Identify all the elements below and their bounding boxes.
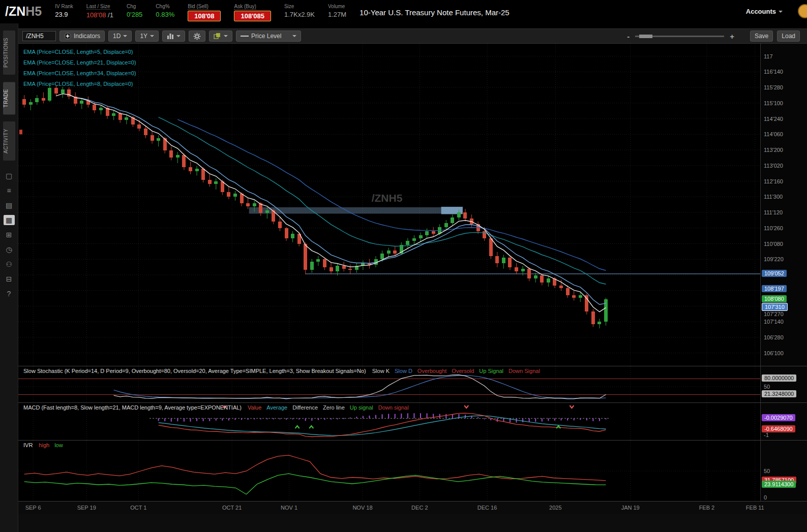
axis-label: 107'140 xyxy=(764,319,784,325)
drawing-tools-dropdown[interactable] xyxy=(209,30,232,42)
zoom-out-button[interactable]: - xyxy=(627,32,630,41)
load-button[interactable]: Load xyxy=(777,30,800,42)
symbol-input[interactable] xyxy=(22,31,56,41)
gear-icon xyxy=(193,33,201,40)
macd-panel[interactable]: MACD (Fast length=8, Slow length=21, MAC… xyxy=(18,402,807,440)
support-badge-icon[interactable] xyxy=(798,4,807,18)
axis-price-bubble: 23.9114300 xyxy=(762,481,796,488)
axis-price-bubble: 108'080 xyxy=(762,295,787,302)
legend-item: Down Signal xyxy=(509,368,540,374)
ivr-axis: 5031.785710023.91143000 xyxy=(760,441,807,501)
axis-price-bubble: 80.0000000 xyxy=(762,374,796,382)
stochastic-panel[interactable]: Slow Stochastic (K Period=14, D Period=9… xyxy=(18,366,807,402)
symbol-root: /ZN xyxy=(5,4,25,18)
chevron-down-icon xyxy=(779,11,783,13)
ema-study-label[interactable]: EMA (Price=CLOSE, Length=34, Displace=0) xyxy=(23,68,136,79)
ask-price-button[interactable]: 108'085 xyxy=(234,11,271,21)
help-icon[interactable]: ? xyxy=(4,289,15,299)
range-dropdown[interactable]: 1Y xyxy=(135,30,159,42)
axis-label: 106'280 xyxy=(764,334,784,340)
field-label: Chg xyxy=(127,4,136,9)
chart-toolbar: Indicators 1D 1Y xyxy=(18,28,807,44)
monitor-icon[interactable]: ▢ xyxy=(4,171,15,181)
grid-icon[interactable]: ⊞ xyxy=(4,230,15,240)
calendar-icon[interactable]: ▤ xyxy=(4,200,15,210)
field-label: Last / Size xyxy=(86,4,110,10)
archive-icon[interactable]: ⊟ xyxy=(4,274,15,284)
active-drawing-dropdown[interactable]: Price Level xyxy=(236,30,301,42)
time-tick-label: DEC 16 xyxy=(477,505,497,511)
chart-type-dropdown[interactable] xyxy=(162,30,185,42)
axis-label: 50 xyxy=(764,468,770,474)
people-icon[interactable]: ⚇ xyxy=(4,259,15,269)
field-label: Volume xyxy=(328,4,345,9)
sidebar-tab-activity[interactable]: ACTIVITY xyxy=(3,121,15,161)
time-tick-label: FEB 2 xyxy=(699,505,715,511)
field-chg: Chg 0'285 xyxy=(127,4,142,18)
chevron-down-icon xyxy=(176,35,181,37)
time-tick-label: OCT 21 xyxy=(222,505,242,511)
zoom-in-button[interactable]: + xyxy=(730,32,734,41)
indicators-button[interactable]: Indicators xyxy=(59,30,105,42)
ivr-low-line xyxy=(24,474,606,494)
chevron-down-icon xyxy=(123,35,127,37)
symbol-title[interactable]: /ZNH5 xyxy=(5,4,42,19)
legend-item: Overbought xyxy=(417,368,446,374)
study-title: IVR xyxy=(23,442,33,448)
macd-axis: -0.0029070-0.6468090-1 xyxy=(760,403,807,440)
up-signal-arrow xyxy=(295,426,300,428)
legend-item: Up Signal xyxy=(479,368,503,374)
bid-price-button[interactable]: 108'08 xyxy=(188,11,221,21)
field-bid[interactable]: Bid (Sell) 108'08 xyxy=(188,4,221,21)
field-label: IV Rank xyxy=(55,4,73,9)
price-chart-surface[interactable] xyxy=(18,44,760,366)
time-axis[interactable]: SEP 6SEP 19OCT 1OCT 21NOV 1NOV 18DEC 2DE… xyxy=(18,501,807,514)
stochastic-study-label[interactable]: Slow Stochastic (K Period=14, D Period=9… xyxy=(23,368,545,374)
indicators-label: Indicators xyxy=(74,33,100,40)
field-chg-pct: Chg% 0.83% xyxy=(156,4,174,18)
study-labels: EMA (Price=CLOSE, Length=5, Displace=0) … xyxy=(23,47,136,89)
legend-item: Oversold xyxy=(452,368,474,374)
stochastic-axis: 80.00000005021.3248000 xyxy=(760,366,807,402)
axis-label: 113'200 xyxy=(764,147,783,153)
ivr-panel[interactable]: IVRhighlow 5031.785710023.91143000 xyxy=(18,440,807,501)
ema-study-label[interactable]: EMA (Price=CLOSE, Length=5, Displace=0) xyxy=(23,47,136,57)
save-button[interactable]: Save xyxy=(750,30,773,42)
ivr-surface[interactable] xyxy=(18,441,760,501)
time-tick-label: NOV 18 xyxy=(352,505,372,511)
clock-icon[interactable]: ◷ xyxy=(4,244,15,255)
sidebar-tab-positions[interactable]: POSITIONS xyxy=(3,30,15,75)
axis-label: 115'100 xyxy=(764,100,783,106)
time-tick-label: OCT 1 xyxy=(130,505,146,511)
chart-stack: EMA (Price=CLOSE, Length=5, Displace=0) … xyxy=(18,44,807,532)
chart-gadget: Indicators 1D 1Y xyxy=(18,23,807,532)
sidebar-tab-trade[interactable]: TRADE xyxy=(3,82,15,114)
symbol-watermark: /ZNH5 xyxy=(354,192,420,204)
chart-icon[interactable]: ▦ xyxy=(4,215,15,225)
ema-study-label[interactable]: EMA (Price=CLOSE, Length=21, Displace=0) xyxy=(23,57,136,68)
price-chart-panel[interactable]: EMA (Price=CLOSE, Length=5, Displace=0) … xyxy=(18,44,807,366)
macd-study-label[interactable]: MACD (Fast length=8, Slow length=21, MAC… xyxy=(23,404,414,411)
bottom-strip xyxy=(18,514,807,532)
ema-line-8 xyxy=(75,98,606,304)
orders-list-icon[interactable]: ≡ xyxy=(4,185,15,196)
axis-price-bubble: 21.3248000 xyxy=(762,390,796,397)
chart-settings-button[interactable] xyxy=(189,30,205,42)
axis-label: 0 xyxy=(764,494,767,500)
zoom-slider-thumb[interactable] xyxy=(639,35,652,38)
axis-label: 107'270 xyxy=(764,311,784,317)
accounts-dropdown[interactable]: Accounts xyxy=(746,8,783,15)
legend-item: Slow D xyxy=(395,368,412,374)
price-axis[interactable]: 117116'140115'280115'100114'240114'06011… xyxy=(760,44,807,366)
ema-study-label[interactable]: EMA (Price=CLOSE, Length=8, Displace=0) xyxy=(23,79,136,89)
field-ask[interactable]: Ask (Buy) 108'085 xyxy=(234,4,271,21)
zoom-slider[interactable] xyxy=(635,36,724,37)
chevron-down-icon xyxy=(150,35,154,37)
timeframe-dropdown[interactable]: 1D xyxy=(108,30,132,42)
legend-item: Slow K xyxy=(372,368,390,374)
field-last-size[interactable]: Last / Size 108'08 /1 xyxy=(86,4,113,19)
legend-item: Average xyxy=(266,404,287,411)
ivr-study-label[interactable]: IVRhighlow xyxy=(23,442,68,448)
down-signal-arrow xyxy=(570,405,574,408)
field-label: Ask (Buy) xyxy=(234,4,256,10)
